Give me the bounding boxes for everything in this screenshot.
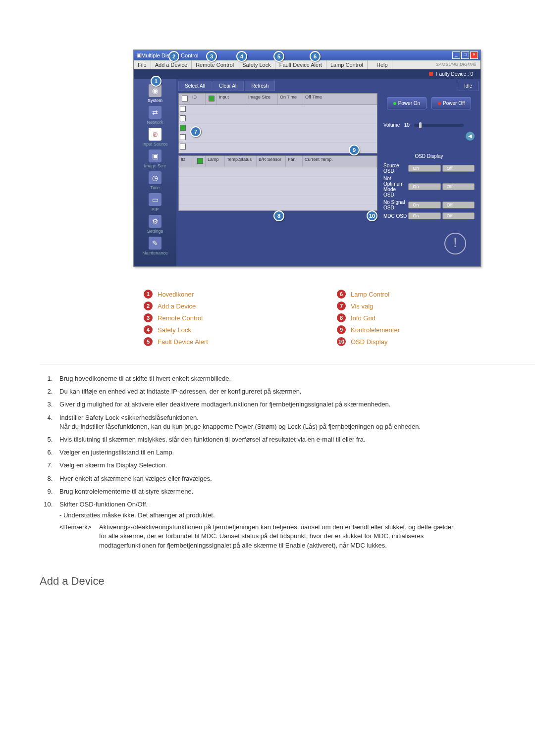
menu-add-device[interactable]: Add a Device bbox=[151, 60, 192, 69]
close-button[interactable]: × bbox=[470, 51, 478, 59]
menu-remote-control[interactable]: Remote Control bbox=[192, 60, 238, 69]
volume-label: Volume bbox=[383, 122, 400, 128]
table-row[interactable] bbox=[179, 133, 377, 143]
power-off-led-icon bbox=[438, 102, 441, 105]
idle-label: Idle bbox=[458, 81, 479, 91]
legend-number: 1 bbox=[144, 290, 153, 299]
table-row[interactable] bbox=[179, 143, 377, 152]
info-grid[interactable]: ID Lamp Temp.Status B/R Sensor Fan Curre… bbox=[178, 155, 377, 211]
menu-safety-lock[interactable]: Safety Lock bbox=[238, 60, 275, 69]
checkbox-icon[interactable] bbox=[182, 96, 188, 101]
col-id: ID bbox=[190, 94, 206, 104]
maximize-button[interactable]: □ bbox=[461, 51, 469, 59]
minimize-button[interactable]: _ bbox=[452, 51, 460, 59]
checkbox-icon[interactable] bbox=[197, 158, 203, 164]
callout-5: 5 bbox=[273, 51, 284, 62]
legend-label: Vis valg bbox=[351, 302, 373, 310]
legend-number: 8 bbox=[337, 313, 346, 322]
divider bbox=[40, 364, 535, 364]
osd-on-button[interactable]: On bbox=[408, 183, 440, 190]
table-row[interactable] bbox=[179, 177, 377, 186]
note-text: Aktiverings-/deaktiveringsfunktionen på … bbox=[99, 523, 456, 550]
sidebar-item-maintenance[interactable]: ✎Maintenance bbox=[135, 237, 175, 255]
speaker-icon[interactable]: ◀ bbox=[466, 132, 475, 141]
legend-number: 10 bbox=[337, 337, 346, 346]
table-row[interactable] bbox=[179, 196, 377, 205]
osd-on-button[interactable]: On bbox=[408, 202, 440, 208]
legend-number: 5 bbox=[144, 337, 153, 346]
menu-lamp-control[interactable]: Lamp Control bbox=[326, 60, 368, 69]
osd-title: OSD Display bbox=[383, 153, 475, 159]
callout-9: 9 bbox=[349, 145, 360, 155]
checkbox-icon[interactable] bbox=[209, 96, 214, 101]
power-on-button[interactable]: Power On bbox=[387, 97, 427, 109]
table-row[interactable] bbox=[179, 186, 377, 196]
callout-10: 10 bbox=[367, 210, 377, 221]
table-row[interactable] bbox=[179, 105, 377, 114]
callout-7: 7 bbox=[190, 126, 201, 137]
maintenance-icon: ✎ bbox=[149, 237, 161, 250]
description-item: Hvis tilslutning til skærmen mislykkes, … bbox=[54, 435, 535, 444]
legend-label: Add a Device bbox=[158, 302, 196, 310]
table-row[interactable] bbox=[179, 167, 377, 177]
volume-slider[interactable] bbox=[414, 124, 464, 127]
legend-number: 6 bbox=[337, 290, 346, 299]
menu-help[interactable]: Help bbox=[373, 60, 392, 69]
sidebar-item-input-source[interactable]: ⎚Input Source bbox=[135, 128, 175, 147]
legend-number: 9 bbox=[337, 325, 346, 334]
legend-number: 2 bbox=[144, 302, 153, 310]
power-on-led-icon bbox=[393, 102, 396, 105]
alert-icon: ! bbox=[444, 233, 466, 254]
legend: 1Hovedikoner2Add a Device3Remote Control… bbox=[124, 287, 490, 349]
description-item: Skifter OSD-funktionen On/Off.- Understø… bbox=[54, 500, 535, 550]
sidebar-item-system[interactable]: ◉System bbox=[135, 84, 175, 103]
power-panel: Power On Power Off bbox=[379, 93, 479, 113]
clear-all-button[interactable]: Clear All bbox=[213, 81, 244, 91]
osd-mdc-label: MDC OSD bbox=[383, 213, 407, 219]
display-selection-grid[interactable]: ID Input Image Size On Time Off Time bbox=[178, 93, 377, 153]
legend-label: Lamp Control bbox=[351, 291, 389, 298]
legend-label: Fault Device Alert bbox=[158, 338, 208, 346]
sidebar-item-network[interactable]: ⇄Network bbox=[135, 106, 175, 125]
description-item: Brug kontrolelementerne til at styre skæ… bbox=[54, 487, 535, 496]
legend-number: 3 bbox=[144, 313, 153, 322]
table-row[interactable] bbox=[179, 114, 377, 124]
osd-on-button[interactable]: On bbox=[408, 212, 440, 219]
callout-1: 1 bbox=[151, 76, 161, 87]
callout-4: 4 bbox=[236, 51, 247, 62]
sidebar-item-pip[interactable]: ▭PIP bbox=[135, 193, 175, 212]
osd-off-button[interactable]: Off bbox=[442, 183, 475, 190]
sidebar-item-settings[interactable]: ⚙Settings bbox=[135, 215, 175, 234]
osd-optimum-label: Not Optimum Mode OSD bbox=[383, 176, 407, 198]
faulty-device-label: Faulty Device : 0 bbox=[436, 71, 473, 77]
pip-icon: ▭ bbox=[149, 193, 161, 206]
col-lamp: Lamp bbox=[206, 156, 225, 167]
select-all-button[interactable]: Select All bbox=[178, 81, 212, 91]
legend-label: Safety Lock bbox=[158, 326, 191, 334]
legend-row: 9Kontrolelementer bbox=[337, 325, 490, 334]
description-item: Vælger en justeringstilstand til en Lamp… bbox=[54, 448, 535, 457]
titlebar: ▣ Multiple Display Control _ □ × bbox=[134, 50, 481, 60]
menu-file[interactable]: File bbox=[134, 60, 151, 69]
refresh-button[interactable]: Refresh bbox=[245, 81, 275, 91]
sidebar-item-time[interactable]: ◷Time bbox=[135, 171, 175, 190]
osd-off-button[interactable]: Off bbox=[442, 202, 475, 208]
network-icon: ⇄ bbox=[149, 106, 161, 119]
osd-source-label: Source OSD bbox=[383, 163, 407, 174]
osd-off-button[interactable]: Off bbox=[442, 165, 475, 172]
legend-row: 10OSD Display bbox=[337, 337, 490, 346]
legend-label: Remote Control bbox=[158, 314, 203, 322]
volume-value: 10 bbox=[404, 122, 410, 128]
title-text: Multiple Display Control bbox=[141, 52, 451, 58]
col-input: Input bbox=[217, 94, 246, 104]
legend-label: Hovedikoner bbox=[158, 291, 194, 298]
osd-off-button[interactable]: Off bbox=[442, 212, 475, 219]
section-heading: Add a Device bbox=[40, 575, 535, 588]
table-row[interactable] bbox=[179, 124, 377, 133]
power-off-button[interactable]: Power Off bbox=[431, 97, 471, 109]
legend-row: 3Remote Control bbox=[144, 313, 297, 322]
col-temp-status: Temp.Status bbox=[225, 156, 257, 167]
osd-on-button[interactable]: On bbox=[408, 165, 440, 172]
sidebar-item-image-size[interactable]: ▣Image Size bbox=[135, 150, 175, 168]
menu-fault-device-alert[interactable]: Fault Device Alert bbox=[275, 60, 326, 69]
